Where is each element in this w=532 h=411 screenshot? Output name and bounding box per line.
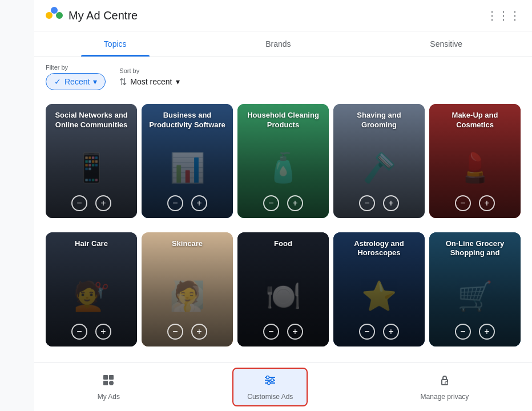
- my-ads-label: My Ads: [98, 393, 120, 401]
- manage-privacy-icon: [438, 373, 452, 390]
- card-title-business: Business and Productivity Software: [142, 111, 233, 130]
- sort-value: Most recent: [130, 77, 172, 86]
- svg-rect-1: [109, 375, 114, 380]
- card-like-btn-cleaning[interactable]: +: [287, 195, 303, 211]
- sidebar: [0, 0, 34, 411]
- card-dislike-btn-makeup[interactable]: −: [455, 195, 471, 211]
- sort-icon: ⇅: [119, 76, 127, 87]
- card-title-shaving: Shaving and Grooming: [333, 111, 425, 130]
- sort-group: Sort by ⇅ Most recent ▾: [119, 67, 179, 87]
- card-dislike-btn-cleaning[interactable]: −: [263, 195, 279, 211]
- sort-label: Sort by: [119, 67, 179, 74]
- card-actions-social: − +: [46, 195, 137, 211]
- topic-card-business[interactable]: Business and Productivity Software − +: [142, 104, 233, 218]
- filter-value: Recent: [65, 77, 90, 86]
- card-like-btn-astrology[interactable]: +: [383, 324, 399, 340]
- svg-rect-0: [103, 375, 108, 380]
- nav-my-ads[interactable]: My Ads: [84, 369, 134, 405]
- card-title-makeup: Make-Up and Cosmetics: [429, 111, 521, 130]
- card-title-social: Social Networks and Online Communities: [46, 111, 137, 130]
- card-like-btn-skincare[interactable]: +: [191, 324, 207, 340]
- topic-card-food[interactable]: Food − +: [237, 232, 329, 346]
- nav-customise-ads[interactable]: Customise Ads: [232, 368, 308, 406]
- bottom-nav: My Ads Customise Ads: [34, 362, 532, 411]
- tabs-bar: Topics Brands Sensitive: [34, 31, 532, 57]
- card-title-grocery: On-Line Grocery Shopping and: [429, 239, 521, 259]
- card-title-skincare: Skincare: [142, 239, 233, 249]
- filter-chevron-icon: ▾: [93, 77, 97, 86]
- card-like-btn-business[interactable]: +: [191, 195, 207, 211]
- svg-point-9: [268, 382, 271, 385]
- card-like-btn-grocery[interactable]: +: [479, 324, 495, 340]
- card-dislike-btn-grocery[interactable]: −: [455, 324, 471, 340]
- card-like-btn-shaving[interactable]: +: [383, 195, 399, 211]
- topic-card-makeup[interactable]: Make-Up and Cosmetics − +: [429, 104, 521, 218]
- topic-card-astrology[interactable]: Astrology and Horoscopes − +: [333, 232, 425, 346]
- card-actions-business: − +: [142, 195, 233, 211]
- topic-card-grocery[interactable]: On-Line Grocery Shopping and − +: [429, 232, 521, 346]
- topic-card-skincare[interactable]: Skincare − +: [142, 232, 233, 346]
- card-actions-grocery: − +: [429, 324, 521, 340]
- card-title-cleaning: Household Cleaning Products: [237, 111, 329, 130]
- google-logo: [46, 7, 63, 24]
- tab-sensitive[interactable]: Sensitive: [407, 31, 485, 57]
- header-left: My Ad Centre: [46, 7, 138, 24]
- card-actions-shaving: − +: [333, 195, 425, 211]
- nav-manage-privacy[interactable]: Manage privacy: [407, 369, 483, 405]
- topic-card-cleaning[interactable]: Household Cleaning Products − +: [237, 104, 329, 218]
- svg-point-3: [109, 381, 114, 385]
- card-dislike-btn-astrology[interactable]: −: [359, 324, 375, 340]
- card-like-btn-food[interactable]: +: [287, 324, 303, 340]
- svg-rect-2: [103, 381, 108, 385]
- customise-ads-label: Customise Ads: [247, 393, 293, 401]
- card-dislike-btn-food[interactable]: −: [263, 324, 279, 340]
- filter-dropdown[interactable]: ✓ Recent ▾: [46, 73, 106, 90]
- card-actions-food: − +: [237, 324, 329, 340]
- card-actions-cleaning: − +: [237, 195, 329, 211]
- manage-privacy-label: Manage privacy: [421, 393, 469, 401]
- card-actions-skincare: − +: [142, 324, 233, 340]
- svg-point-8: [271, 379, 274, 382]
- topic-card-shaving[interactable]: Shaving and Grooming − +: [333, 104, 425, 218]
- tab-topics[interactable]: Topics: [81, 31, 150, 57]
- sort-dropdown[interactable]: ⇅ Most recent ▾: [119, 76, 179, 87]
- filter-group: Filter by ✓ Recent ▾: [46, 64, 106, 90]
- topic-card-haircare[interactable]: Hair Care − +: [46, 232, 137, 346]
- card-dislike-btn-business[interactable]: −: [167, 195, 183, 211]
- card-like-btn-makeup[interactable]: +: [479, 195, 495, 211]
- customise-ads-icon: [263, 373, 277, 390]
- sort-chevron-icon: ▾: [176, 77, 180, 86]
- card-dislike-btn-haircare[interactable]: −: [71, 324, 87, 340]
- filter-area: Filter by ✓ Recent ▾ Sort by ⇅ Most rece…: [34, 57, 532, 97]
- header: My Ad Centre ⋮⋮⋮: [34, 0, 532, 31]
- check-icon: ✓: [54, 77, 61, 86]
- main-content: My Ad Centre ⋮⋮⋮ Topics Brands Sensitive…: [34, 0, 532, 411]
- card-title-food: Food: [237, 239, 329, 249]
- card-actions-haircare: − +: [46, 324, 137, 340]
- page-title: My Ad Centre: [68, 9, 138, 22]
- svg-point-7: [267, 376, 269, 379]
- card-dislike-btn-social[interactable]: −: [71, 195, 87, 211]
- grid-menu-icon[interactable]: ⋮⋮⋮: [486, 9, 521, 22]
- card-actions-astrology: − +: [333, 324, 425, 340]
- card-title-haircare: Hair Care: [46, 239, 137, 249]
- tab-brands[interactable]: Brands: [243, 31, 313, 57]
- card-like-btn-social[interactable]: +: [95, 195, 111, 211]
- card-like-btn-haircare[interactable]: +: [95, 324, 111, 340]
- topics-grid: Social Networks and Online Communities −…: [34, 97, 532, 362]
- topic-card-social[interactable]: Social Networks and Online Communities −…: [46, 104, 137, 218]
- filter-label: Filter by: [46, 64, 106, 71]
- card-dislike-btn-shaving[interactable]: −: [359, 195, 375, 211]
- my-ads-icon: [102, 373, 115, 390]
- card-title-astrology: Astrology and Horoscopes: [333, 239, 425, 259]
- card-dislike-btn-skincare[interactable]: −: [167, 324, 183, 340]
- card-actions-makeup: − +: [429, 195, 521, 211]
